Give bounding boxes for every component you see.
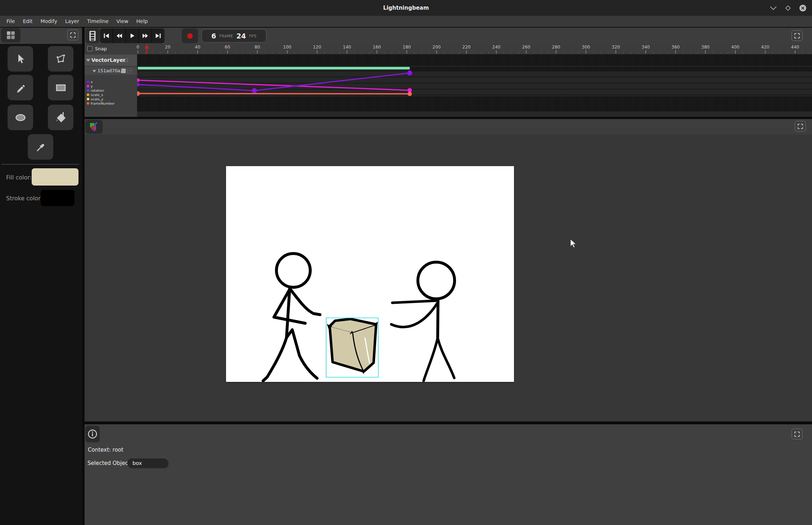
stick-figure-left[interactable] <box>263 254 320 381</box>
tools-tab[interactable] <box>1 28 21 42</box>
svg-text:60: 60 <box>225 45 230 50</box>
title-bar: Lightningbeam <box>0 0 812 16</box>
property-row-x[interactable]: x <box>85 79 137 84</box>
timeline-ruler[interactable]: 0204060801001201401601802002202402602803… <box>85 44 812 54</box>
svg-text:420: 420 <box>761 45 770 50</box>
svg-text:180: 180 <box>403 45 411 50</box>
stick-figure-right[interactable] <box>391 262 455 381</box>
clip-duration-bar[interactable] <box>138 67 410 69</box>
keyframe-dot[interactable] <box>407 92 412 96</box>
fill-color-swatch[interactable] <box>32 168 78 186</box>
collapse-triangle-icon[interactable] <box>93 70 96 73</box>
menu-timeline[interactable]: Timeline <box>83 16 113 27</box>
object-row-151ad70a[interactable]: 151ad70a... <box>85 67 137 75</box>
fill-color-label: Fill color: <box>6 174 32 181</box>
ellipse-tool-button[interactable] <box>8 105 33 130</box>
property-color-dot <box>87 93 89 96</box>
timeline-tab[interactable] <box>85 28 100 43</box>
layer-row-vectorlayer[interactable]: VectorLayer [L] <box>85 55 137 66</box>
pencil-tool-button[interactable] <box>8 75 33 100</box>
timeline-panel: 6 FRAME 24 FPS 0204060801001201401601802… <box>85 28 812 117</box>
menu-file[interactable]: File <box>3 16 19 27</box>
svg-text:20: 20 <box>165 45 170 50</box>
frame-fps-display: 6 FRAME 24 FPS <box>202 29 266 42</box>
frame-strip-layer[interactable] <box>137 55 812 66</box>
canvas-workspace[interactable] <box>85 134 812 421</box>
svg-text:380: 380 <box>702 45 710 50</box>
menu-help[interactable]: Help <box>132 16 152 27</box>
eyedropper-tool-button[interactable] <box>28 134 53 160</box>
object-name: 151ad70a... <box>98 68 125 73</box>
timeline-panel-header: 6 FRAME 24 FPS <box>85 28 812 44</box>
rewind-button[interactable] <box>113 28 126 43</box>
menu-view[interactable]: View <box>113 16 132 27</box>
keyframe-dot[interactable] <box>407 70 412 76</box>
property-color-dot <box>87 81 89 83</box>
menu-modify[interactable]: Modify <box>37 16 61 27</box>
record-button[interactable] <box>182 28 198 43</box>
selected-object-value: box <box>132 460 142 466</box>
app-window: Lightningbeam FileEditModifyLayerTimelin… <box>0 0 812 525</box>
close-button[interactable] <box>799 4 807 12</box>
info-tab[interactable] <box>85 426 100 442</box>
svg-text:220: 220 <box>463 45 471 50</box>
timeline-tracks: VectorLayer [L] 151ad70a... xyrotationsc… <box>85 54 812 117</box>
menu-bar: FileEditModifyLayerTimelineViewHelp <box>0 16 812 27</box>
timeline-ruler-row: 0204060801001201401601802002202402602803… <box>85 44 812 54</box>
stroke-color-label: Stroke color: <box>6 195 42 202</box>
menu-layer[interactable]: Layer <box>61 16 83 27</box>
svg-text:140: 140 <box>343 45 351 50</box>
inspector-panel: Context: root Selected Object box <box>85 424 812 525</box>
stroke-color-swatch[interactable] <box>41 190 75 206</box>
collapse-triangle-icon[interactable] <box>86 59 90 62</box>
canvas-tab[interactable] <box>85 120 103 134</box>
property-label: scale_y <box>91 97 103 101</box>
canvas-panel <box>85 119 812 421</box>
fps-label: FPS <box>249 34 257 38</box>
canvas-expand-button[interactable] <box>795 121 806 132</box>
fast-forward-button[interactable] <box>139 28 152 43</box>
select-tool-button[interactable] <box>8 46 33 72</box>
window-title: Lightningbeam <box>0 0 812 16</box>
svg-text:260: 260 <box>522 45 531 50</box>
layer-name: VectorLayer <box>91 57 126 63</box>
rectangle-tool-button[interactable] <box>48 75 73 100</box>
keyframe-track-area[interactable] <box>137 54 812 117</box>
svg-text:400: 400 <box>731 45 740 50</box>
frame-strip-bottom[interactable] <box>137 96 812 111</box>
property-row-frameNumber[interactable]: frameNumber <box>85 101 137 105</box>
selected-object-field[interactable]: box <box>127 458 168 467</box>
play-button[interactable] <box>126 28 139 43</box>
property-row-scale_y[interactable]: scale_y <box>85 97 137 101</box>
inspector-expand-button[interactable] <box>791 429 803 439</box>
box[interactable] <box>327 319 378 374</box>
layer-list: VectorLayer [L] 151ad70a... xyrotationsc… <box>85 54 137 117</box>
property-label: rotation <box>91 88 104 92</box>
minimize-button[interactable] <box>770 6 777 10</box>
svg-text:340: 340 <box>642 45 650 50</box>
transform-tool-button[interactable] <box>48 46 73 72</box>
timeline-expand-button[interactable] <box>791 30 803 41</box>
property-row-rotation[interactable]: rotation <box>85 88 137 92</box>
skip-to-start-button[interactable] <box>100 28 113 43</box>
tools-expand-button[interactable] <box>67 29 78 40</box>
skip-to-end-button[interactable] <box>152 28 164 43</box>
svg-text:360: 360 <box>672 45 680 50</box>
maximize-button[interactable] <box>785 5 791 11</box>
svg-text:0: 0 <box>136 45 139 50</box>
svg-text:240: 240 <box>492 45 501 50</box>
svg-text:440: 440 <box>791 45 799 50</box>
keyframe-dot[interactable] <box>252 88 257 93</box>
property-label: x <box>91 80 93 84</box>
drawing-canvas[interactable] <box>226 166 514 382</box>
svg-text:100: 100 <box>283 45 292 50</box>
menu-edit[interactable]: Edit <box>19 16 36 27</box>
property-row-scale_x[interactable]: scale_x <box>85 92 137 97</box>
object-curve-button[interactable] <box>127 69 132 73</box>
snap-checkbox[interactable] <box>87 46 93 51</box>
property-row-y[interactable]: y <box>85 84 137 88</box>
property-label: scale_x <box>91 93 103 97</box>
frame-label: FRAME <box>219 34 233 38</box>
object-visibility-button[interactable] <box>121 69 126 73</box>
paint-bucket-tool-button[interactable] <box>48 105 73 130</box>
